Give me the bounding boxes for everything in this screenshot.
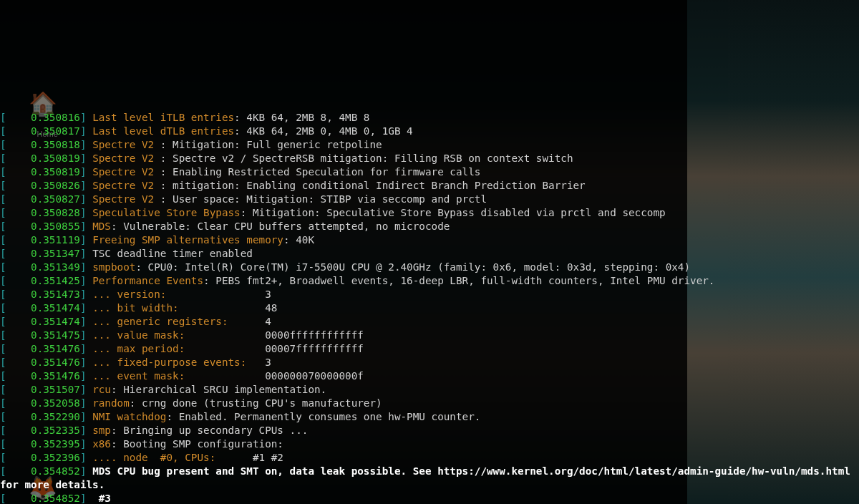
log-line: [ 0.350817] Last level dTLB entries: 4KB… (0, 125, 859, 138)
bracket-open: [ (0, 234, 6, 246)
log-subsystem: ... generic registers: (92, 316, 258, 327)
log-message: 00007fffffffffff (259, 343, 364, 354)
bracket-open: [ (0, 343, 6, 354)
timestamp: 0.351425 (6, 275, 80, 286)
timestamp: 0.352335 (6, 425, 80, 436)
bracket-close: ] (80, 207, 92, 218)
bracket-open: [ (0, 193, 6, 205)
bracket-open: [ (0, 397, 6, 409)
bracket-close: ] (80, 248, 92, 259)
log-subsystem: rcu (92, 384, 111, 395)
log-subsystem: Speculative Store Bypass (92, 207, 241, 218)
log-bold-msg: #3 (92, 493, 111, 504)
bracket-open: [ (0, 411, 6, 422)
log-subsystem: Spectre V2 (92, 152, 160, 164)
log-message: : Mitigation: Full generic retpoline (160, 139, 382, 150)
log-message: : mitigation: Enabling conditional Indir… (160, 180, 586, 191)
log-bold-msg: MDS CPU bug present and SMT on, data lea… (0, 465, 856, 490)
bracket-close: ] (80, 493, 92, 504)
bracket-close: ] (80, 397, 92, 409)
log-line: [ 0.351476] ... max period: 00007fffffff… (0, 342, 859, 356)
log-line: [ 0.352290] NMI watchdog: Enabled. Perma… (0, 410, 859, 424)
bracket-open: [ (0, 289, 6, 300)
terminal-output[interactable]: [ 0.350816] Last level iTLB entries: 4KB… (0, 109, 859, 504)
timestamp: 0.351347 (6, 248, 80, 259)
bracket-close: ] (80, 220, 92, 232)
bracket-close: ] (80, 125, 92, 137)
log-message: 3 (259, 289, 271, 300)
timestamp: 0.351476 (6, 343, 80, 354)
log-line: [ 0.351476] ... event mask: 000000070000… (0, 369, 859, 383)
log-line: [ 0.350855] MDS: Vulnerable: Clear CPU b… (0, 220, 859, 233)
bracket-close: ] (80, 261, 92, 273)
bracket-open: [ (0, 302, 6, 314)
timestamp: 0.352396 (6, 452, 80, 463)
log-subsystem: ... version: (92, 289, 258, 300)
log-subsystem: Performance Events (92, 275, 203, 286)
log-message: 4 (259, 316, 271, 327)
log-subsystem: ... value mask: (92, 329, 258, 341)
log-line: [ 0.351347] TSC deadline timer enabled (0, 247, 859, 261)
log-subsystem: random (92, 397, 130, 409)
log-message: : User space: Mitigation: STIBP via secc… (160, 193, 487, 205)
log-line: [ 0.350819] Spectre V2 : Spectre v2 / Sp… (0, 152, 859, 165)
log-line: [ 0.352335] smp: Bringing up secondary C… (0, 424, 859, 437)
log-subsystem: Spectre V2 (92, 193, 160, 205)
bracket-close: ] (80, 329, 92, 341)
timestamp: 0.351474 (6, 302, 80, 314)
log-line: [ 0.350816] Last level iTLB entries: 4KB… (0, 111, 859, 125)
timestamp: 0.350819 (6, 166, 80, 178)
bracket-close: ] (80, 289, 92, 300)
bracket-close: ] (80, 357, 92, 368)
bracket-close: ] (80, 438, 92, 450)
bracket-open: [ (0, 125, 6, 137)
log-message: #1 #2 (246, 452, 283, 463)
log-message: 0000ffffffffffff (259, 329, 364, 341)
timestamp: 0.350817 (6, 125, 80, 137)
timestamp: 0.351474 (6, 316, 80, 327)
timestamp: 0.350827 (6, 193, 80, 205)
log-line: [ 0.350828] Speculative Store Bypass: Mi… (0, 206, 859, 220)
bracket-close: ] (80, 152, 92, 164)
log-line: [ 0.351476] ... fixed-purpose events: 3 (0, 356, 859, 369)
bracket-close: ] (80, 166, 92, 178)
timestamp: 0.350828 (6, 207, 80, 218)
bracket-open: [ (0, 370, 6, 382)
log-subsystem: Spectre V2 (92, 180, 160, 191)
log-message: 000000070000000f (259, 370, 364, 382)
log-line: [ 0.354852] MDS CPU bug present and SMT … (0, 465, 859, 492)
bracket-open: [ (0, 152, 6, 164)
log-message: : 40K (283, 234, 314, 246)
log-message: : Vulnerable: Clear CPU buffers attempte… (111, 220, 450, 232)
bracket-open: [ (0, 438, 6, 450)
log-line: [ 0.350818] Spectre V2 : Mitigation: Ful… (0, 138, 859, 152)
log-message: : crng done (trusting CPU's manufacturer… (130, 397, 382, 409)
bracket-close: ] (80, 343, 92, 354)
bracket-close: ] (80, 139, 92, 150)
log-line: [ 0.352058] random: crng done (trusting … (0, 397, 859, 410)
bracket-close: ] (80, 275, 92, 286)
log-subsystem: .... node #0, CPUs: (92, 452, 246, 463)
log-subsystem: x86 (92, 438, 111, 450)
timestamp: 0.354852 (6, 493, 80, 504)
log-line: [ 0.351475] ... value mask: 0000ffffffff… (0, 329, 859, 342)
bracket-open: [ (0, 316, 6, 327)
bracket-open: [ (0, 261, 6, 273)
timestamp: 0.351119 (6, 234, 80, 246)
timestamp: 0.350818 (6, 139, 80, 150)
bracket-open: [ (0, 329, 6, 341)
bracket-close: ] (80, 370, 92, 382)
log-message: : Hierarchical SRCU implementation. (111, 384, 326, 395)
log-message: : Booting SMP configuration: (111, 438, 283, 450)
log-line: [ 0.351474] ... bit width: 48 (0, 301, 859, 315)
bracket-close: ] (80, 465, 92, 477)
bracket-close: ] (80, 180, 92, 191)
log-line: [ 0.351119] Freeing SMP alternatives mem… (0, 233, 859, 247)
timestamp: 0.351349 (6, 261, 80, 273)
bracket-open: [ (0, 180, 6, 191)
timestamp: 0.354852 (6, 465, 80, 477)
bracket-close: ] (80, 234, 92, 246)
log-line: [ 0.352395] x86: Booting SMP configurati… (0, 437, 859, 451)
bracket-open: [ (0, 220, 6, 232)
log-message: : Enabling Restricted Speculation for fi… (160, 166, 481, 178)
